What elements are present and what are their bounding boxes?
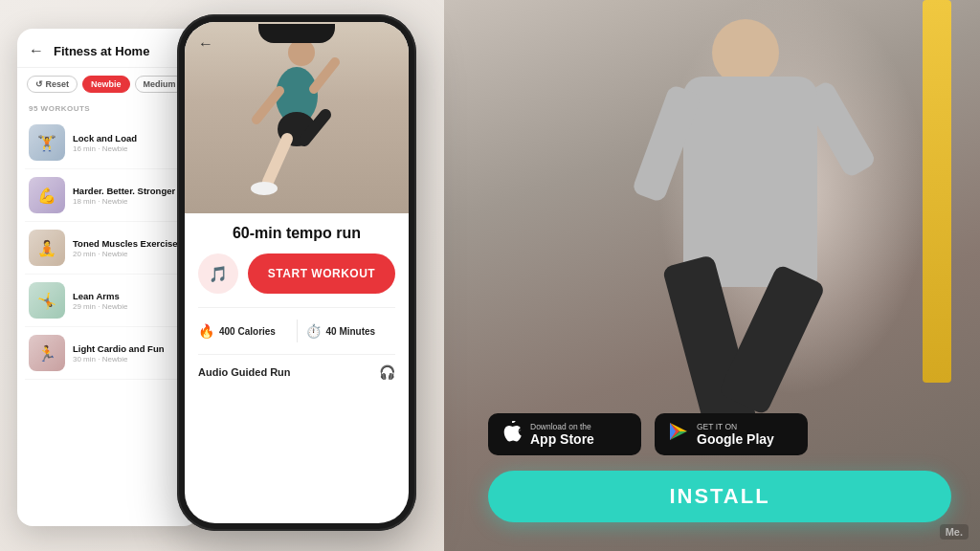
reset-filter-btn[interactable]: ↺ Reset: [27, 76, 78, 93]
start-workout-button[interactable]: START WORKOUT: [248, 253, 395, 294]
svg-point-0: [288, 39, 315, 66]
workout-thumbnail: 🧘: [29, 230, 65, 266]
googleplay-name-label: Google Play: [697, 431, 774, 448]
workout-thumbnail: 🏃: [29, 335, 65, 371]
phone-controls: 🎵 START WORKOUT: [198, 253, 395, 294]
back-arrow-icon[interactable]: ←: [29, 42, 44, 59]
workouts-count-label: 95 WORKOUTS: [17, 100, 199, 117]
list-item[interactable]: 🤸 Lean Arms 29 min · Newbie: [25, 275, 191, 327]
workout-name: Light Cardio and Fun: [73, 343, 165, 354]
svg-point-7: [251, 182, 278, 195]
install-button[interactable]: INSTALL: [488, 471, 951, 522]
apple-icon: [501, 421, 523, 448]
right-content-area: Download on the App Store GET IT ON Goog…: [450, 0, 980, 551]
google-play-icon: [668, 421, 689, 448]
appstore-button[interactable]: Download on the App Store: [488, 413, 641, 455]
watermark: Me.: [940, 524, 969, 540]
svg-line-5: [256, 91, 279, 120]
audio-run-label: Audio Guided Run: [198, 366, 291, 378]
svg-line-6: [314, 62, 335, 89]
filter-row: ↺ Reset Newbie Medium: [17, 68, 199, 100]
phone-notch: [258, 24, 335, 43]
list-item[interactable]: 🏋️ Lock and Load 16 min · Newbie: [25, 117, 191, 169]
audio-run-row: Audio Guided Run 🎧: [198, 354, 395, 380]
workout-info: Lock and Load 16 min · Newbie: [73, 133, 137, 153]
workout-meta: 18 min · Newbie: [73, 197, 175, 206]
workout-info: Toned Muscles Exercise 20 min · Newbie: [73, 238, 178, 258]
earbuds-icon: 🎧: [379, 364, 395, 380]
list-item[interactable]: 🧘 Toned Muscles Exercise 20 min · Newbie: [25, 222, 191, 275]
fire-icon: 🔥: [198, 323, 214, 339]
panel-header: ← Fitness at Home: [17, 29, 199, 68]
app-panel: ← Fitness at Home ↺ Reset Newbie Medium …: [17, 29, 199, 526]
panel-title: Fitness at Home: [54, 44, 149, 58]
workout-thumbnail: 💪: [29, 177, 65, 213]
calories-value: 400 Calories: [219, 326, 276, 337]
workout-thumbnail: 🤸: [29, 282, 65, 319]
appstore-name-label: App Store: [530, 431, 594, 448]
phone-back-arrow-icon[interactable]: ←: [198, 35, 213, 53]
appstore-text: Download on the App Store: [530, 422, 594, 448]
timer-icon: ⏱️: [305, 323, 322, 339]
workout-meta: 20 min · Newbie: [73, 250, 178, 258]
workout-thumbnail: 🏋️: [29, 124, 65, 161]
calories-stat: 🔥 400 Calories: [198, 323, 289, 339]
workout-info: Lean Arms 29 min · Newbie: [73, 291, 127, 311]
store-buttons: Download on the App Store GET IT ON Goog…: [488, 413, 951, 455]
phone-screen: ← 60-min temp: [185, 22, 409, 523]
googleplay-text: GET IT ON Google Play: [697, 422, 774, 448]
workout-name: Lock and Load: [73, 133, 137, 143]
list-item[interactable]: 💪 Harder. Better. Stronger 18 min · Newb…: [25, 169, 191, 222]
list-item[interactable]: 🏃 Light Cardio and Fun 30 min · Newbie: [25, 327, 191, 380]
runner-svg: [239, 33, 354, 206]
svg-line-3: [268, 139, 287, 182]
googleplay-button[interactable]: GET IT ON Google Play: [655, 413, 808, 455]
workout-meta: 16 min · Newbie: [73, 144, 137, 153]
music-button[interactable]: 🎵: [198, 253, 238, 294]
workout-list: 🏋️ Lock and Load 16 min · Newbie 💪 Harde…: [17, 117, 199, 380]
workout-name: Toned Muscles Exercise: [73, 238, 178, 249]
minutes-value: 40 Minutes: [326, 326, 376, 337]
workout-meta: 29 min · Newbie: [73, 302, 127, 311]
newbie-filter-btn[interactable]: Newbie: [82, 76, 130, 93]
workout-meta: 30 min · Newbie: [73, 355, 165, 364]
phone-workout-title: 60-min tempo run: [198, 225, 395, 242]
workout-info: Light Cardio and Fun 30 min · Newbie: [73, 343, 165, 364]
phone-content: 60-min tempo run 🎵 START WORKOUT 🔥 400 C…: [185, 213, 409, 523]
minutes-stat: ⏱️ 40 Minutes: [305, 323, 396, 339]
workout-name: Harder. Better. Stronger: [73, 186, 175, 196]
phone-mockup: ← 60-min temp: [177, 14, 416, 531]
phone-hero-image: ←: [185, 22, 409, 213]
stat-divider: [297, 320, 298, 342]
workout-info: Harder. Better. Stronger 18 min · Newbie: [73, 186, 175, 206]
workout-name: Lean Arms: [73, 291, 127, 301]
googleplay-sub-label: GET IT ON: [697, 422, 774, 431]
appstore-sub-label: Download on the: [530, 422, 594, 431]
phone-stats: 🔥 400 Calories ⏱️ 40 Minutes: [198, 307, 395, 342]
